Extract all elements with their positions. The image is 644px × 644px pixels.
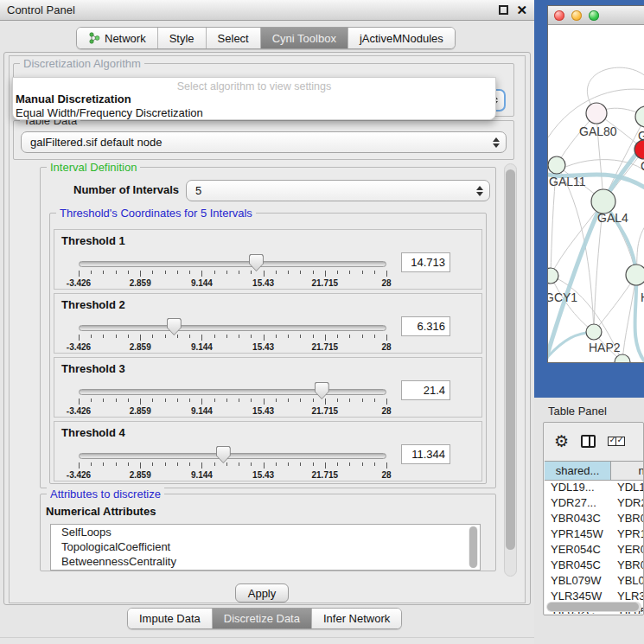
slider-handle[interactable] bbox=[315, 382, 329, 399]
threshold-value-field[interactable] bbox=[401, 444, 450, 464]
tick-mark bbox=[140, 335, 141, 341]
tab-infer-network[interactable]: Infer Network bbox=[311, 609, 401, 628]
numerical-attributes-list[interactable]: SelfLoopsTopologicalCoefficientBetweenne… bbox=[50, 524, 481, 571]
attribute-list-item[interactable]: BetweennessCentrality bbox=[51, 554, 480, 569]
slider-handle[interactable] bbox=[216, 446, 231, 463]
network-view-window[interactable]: GAL80GCGAL11GAL4GCY1HHAP2 bbox=[547, 5, 644, 363]
tick-mark bbox=[337, 335, 338, 338]
tick-mark bbox=[349, 399, 350, 402]
tick-mark bbox=[337, 399, 338, 402]
zoom-traffic-light-icon[interactable] bbox=[589, 10, 599, 21]
tick-label: 28 bbox=[381, 342, 391, 352]
network-node[interactable] bbox=[591, 189, 615, 214]
threshold-value-field[interactable] bbox=[401, 380, 450, 400]
tick-mark bbox=[325, 335, 326, 341]
tab-label: jActiveMNodules bbox=[360, 32, 443, 45]
tick-mark bbox=[165, 399, 166, 402]
popup-item-equal-width-frequency-discretization[interactable]: Equal Width/Frequency Discretization bbox=[13, 106, 495, 120]
table-row[interactable]: YBR045CYBR045C bbox=[545, 558, 643, 574]
network-node[interactable] bbox=[548, 268, 558, 284]
popup-item-manual-discretization[interactable]: Manual Discretization bbox=[13, 92, 495, 106]
attribute-list-item[interactable]: TopologicalCoefficient bbox=[51, 539, 480, 554]
network-node[interactable] bbox=[586, 324, 602, 340]
network-node[interactable] bbox=[615, 354, 630, 363]
tab-impute-data[interactable]: Impute Data bbox=[128, 609, 212, 628]
network-node[interactable] bbox=[635, 106, 644, 127]
tick-mark bbox=[337, 462, 338, 466]
tick-label: 15.43 bbox=[252, 406, 274, 416]
network-desktop: GAL80GCGAL11GAL4GCY1HHAP2 bbox=[534, 0, 644, 398]
slider-track[interactable] bbox=[79, 261, 386, 267]
table-cell: YPR145W bbox=[611, 527, 643, 543]
network-node[interactable] bbox=[548, 156, 565, 174]
tab-style[interactable]: Style bbox=[157, 28, 206, 48]
threshold-row-4: Threshold 4-3.4262.8599.14415.4321.71528 bbox=[54, 421, 482, 481]
attribute-list-item[interactable]: SelfLoops bbox=[51, 525, 480, 539]
table-row[interactable]: YDL19...YDL19... bbox=[545, 481, 643, 496]
slider-handle[interactable] bbox=[249, 254, 264, 271]
table-horizontal-scrollbar[interactable] bbox=[546, 602, 641, 612]
tab-network[interactable]: Network bbox=[77, 28, 157, 48]
tick-mark bbox=[177, 271, 178, 274]
tick-mark bbox=[337, 271, 338, 274]
tick-mark bbox=[128, 399, 129, 402]
scrollbar-thumb[interactable] bbox=[506, 169, 515, 550]
table-row[interactable]: YPR145WYPR145W bbox=[545, 527, 643, 543]
tick-mark bbox=[251, 271, 252, 274]
network-node-label: G bbox=[638, 129, 644, 143]
apply-button[interactable]: Apply bbox=[235, 583, 289, 603]
table-data-combobox[interactable]: galFiltered.sif default node bbox=[21, 131, 507, 153]
tab-label: Style bbox=[169, 32, 194, 45]
tick-mark bbox=[140, 399, 141, 405]
tick-mark bbox=[214, 335, 215, 338]
gear-icon[interactable]: ⚙ bbox=[554, 433, 569, 450]
slider-track[interactable] bbox=[79, 389, 386, 395]
table-row[interactable]: YER054CYER054C bbox=[545, 543, 643, 558]
slider-handle[interactable] bbox=[167, 318, 182, 335]
threshold-label: Threshold 1 bbox=[61, 234, 125, 247]
tick-mark bbox=[239, 335, 239, 338]
tick-mark bbox=[276, 271, 277, 274]
minimize-traffic-light-icon[interactable] bbox=[571, 10, 582, 21]
table-cell: YDL19... bbox=[545, 481, 611, 496]
column-header[interactable]: n... bbox=[611, 462, 643, 480]
network-node[interactable] bbox=[626, 265, 644, 285]
tab-jactivemnodules[interactable]: jActiveMNodules bbox=[348, 28, 455, 48]
split-view-icon[interactable] bbox=[581, 435, 596, 448]
table-row[interactable]: YDR27...YDR27... bbox=[545, 496, 643, 512]
tick-mark bbox=[386, 271, 387, 277]
table-data-value: galFiltered.sif default node bbox=[30, 136, 162, 149]
table-row[interactable]: YBL079WYBL079W bbox=[545, 574, 643, 590]
tab-cyni-toolbox[interactable]: Cyni Toolbox bbox=[260, 28, 348, 48]
checkbox-checked-icon[interactable] bbox=[615, 437, 625, 446]
tick-mark bbox=[116, 271, 117, 274]
column-header[interactable]: shared... bbox=[545, 462, 611, 480]
threshold-value-field[interactable] bbox=[401, 252, 450, 272]
close-traffic-light-icon[interactable] bbox=[554, 10, 564, 21]
table-row[interactable]: YBR043CYBR043C bbox=[545, 512, 643, 527]
tick-mark bbox=[313, 462, 314, 466]
attributes-scrollbar[interactable] bbox=[469, 526, 478, 568]
tick-mark bbox=[165, 462, 166, 466]
settings-scrollbar[interactable] bbox=[504, 163, 517, 577]
number-of-intervals-combobox[interactable]: 5 bbox=[186, 180, 490, 201]
slider-track[interactable] bbox=[79, 453, 386, 459]
network-graph-icon bbox=[88, 32, 100, 44]
tick-label: 21.715 bbox=[312, 406, 339, 416]
tick-mark bbox=[386, 399, 387, 405]
tick-label: 15.43 bbox=[252, 470, 274, 480]
threshold-value-field[interactable] bbox=[401, 316, 450, 336]
slider-track[interactable] bbox=[79, 325, 386, 331]
tab-select[interactable]: Select bbox=[206, 28, 260, 48]
close-icon[interactable]: ✕ bbox=[516, 5, 527, 15]
network-canvas[interactable]: GAL80GCGAL11GAL4GCY1HHAP2 bbox=[548, 25, 644, 363]
tick-mark bbox=[140, 462, 141, 469]
network-node[interactable] bbox=[586, 103, 607, 124]
network-node-label: GAL4 bbox=[597, 211, 628, 225]
float-icon[interactable] bbox=[499, 5, 508, 15]
scrollbar-thumb[interactable] bbox=[547, 603, 639, 611]
tab-label: Select bbox=[218, 32, 249, 45]
tick-label: 9.144 bbox=[191, 406, 213, 416]
table-toolbar: ⚙ bbox=[544, 423, 643, 459]
tab-discretize-data[interactable]: Discretize Data bbox=[212, 609, 311, 628]
